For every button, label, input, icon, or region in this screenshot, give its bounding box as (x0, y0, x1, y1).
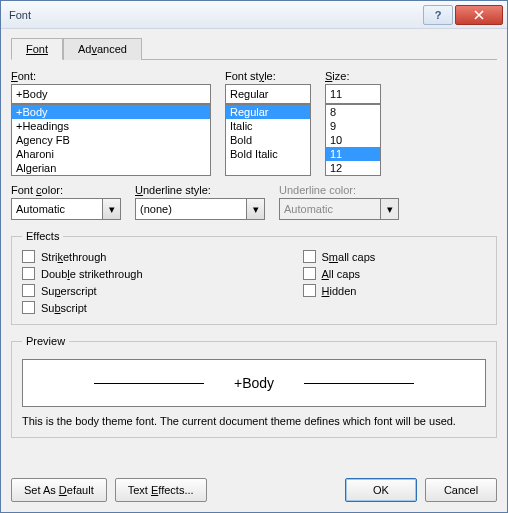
font-color-label: Font color: (11, 184, 121, 196)
font-style-input[interactable] (225, 84, 311, 104)
list-item[interactable]: Regular (226, 105, 310, 119)
underline-style-label: Underline style: (135, 184, 265, 196)
underline-color-combo: ▾ (279, 198, 399, 220)
preview-group: Preview +Body This is the body theme fon… (11, 335, 497, 438)
cancel-button[interactable]: Cancel (425, 478, 497, 502)
preview-sample-text: +Body (234, 375, 274, 391)
close-button[interactable] (455, 5, 503, 25)
font-color-combo[interactable]: ▾ (11, 198, 121, 220)
size-label: Size: (325, 70, 381, 82)
text-effects-button[interactable]: Text Effects... (115, 478, 207, 502)
list-item[interactable]: 10 (326, 133, 380, 147)
effects-group: Effects Strikethrough Double strikethrou… (11, 230, 497, 325)
preview-box: +Body (22, 359, 486, 407)
preview-line (94, 383, 204, 384)
list-item[interactable]: Italic (226, 119, 310, 133)
list-item[interactable]: +Headings (12, 119, 210, 133)
list-item[interactable]: Agency FB (12, 133, 210, 147)
effects-legend: Effects (22, 230, 63, 242)
font-dialog: Font ? Font Advanced Font: +Body +Headin… (0, 0, 508, 513)
chevron-down-icon: ▾ (381, 198, 399, 220)
preview-line (304, 383, 414, 384)
all-caps-checkbox[interactable]: All caps (303, 267, 376, 280)
underline-color-value (279, 198, 381, 220)
list-item[interactable]: Algerian (12, 161, 210, 175)
font-style-label: Font style: (225, 70, 311, 82)
chevron-down-icon[interactable]: ▾ (247, 198, 265, 220)
superscript-checkbox[interactable]: Superscript (22, 284, 143, 297)
size-listbox[interactable]: 8 9 10 11 12 (325, 104, 381, 176)
client-area: Font Advanced Font: +Body +Headings Agen… (1, 29, 507, 512)
underline-color-label: Underline color: (279, 184, 399, 196)
set-as-default-button[interactable]: Set As Default (11, 478, 107, 502)
font-listbox[interactable]: +Body +Headings Agency FB Aharoni Algeri… (11, 104, 211, 176)
font-label: Font: (11, 70, 211, 82)
list-item[interactable]: 9 (326, 119, 380, 133)
strikethrough-checkbox[interactable]: Strikethrough (22, 250, 143, 263)
tab-font[interactable]: Font (11, 38, 63, 60)
list-item[interactable]: Aharoni (12, 147, 210, 161)
font-style-listbox[interactable]: Regular Italic Bold Bold Italic (225, 104, 311, 176)
ok-button[interactable]: OK (345, 478, 417, 502)
titlebar: Font ? (1, 1, 507, 29)
button-bar: Set As Default Text Effects... OK Cancel (11, 478, 497, 502)
list-item[interactable]: Bold Italic (226, 147, 310, 161)
chevron-down-icon[interactable]: ▾ (103, 198, 121, 220)
list-item[interactable]: 11 (326, 147, 380, 161)
preview-legend: Preview (22, 335, 69, 347)
list-item[interactable]: Bold (226, 133, 310, 147)
hidden-checkbox[interactable]: Hidden (303, 284, 376, 297)
underline-style-combo[interactable]: ▾ (135, 198, 265, 220)
subscript-checkbox[interactable]: Subscript (22, 301, 143, 314)
list-item[interactable]: 12 (326, 161, 380, 175)
double-strikethrough-checkbox[interactable]: Double strikethrough (22, 267, 143, 280)
preview-note: This is the body theme font. The current… (22, 415, 486, 427)
underline-style-value[interactable] (135, 198, 247, 220)
tab-strip: Font Advanced (11, 37, 497, 60)
tab-advanced[interactable]: Advanced (63, 38, 142, 60)
list-item[interactable]: 8 (326, 105, 380, 119)
small-caps-checkbox[interactable]: Small caps (303, 250, 376, 263)
help-button[interactable]: ? (423, 5, 453, 25)
font-input[interactable] (11, 84, 211, 104)
dialog-title: Font (9, 9, 423, 21)
size-input[interactable] (325, 84, 381, 104)
font-color-value[interactable] (11, 198, 103, 220)
list-item[interactable]: +Body (12, 105, 210, 119)
font-row: Font: +Body +Headings Agency FB Aharoni … (11, 70, 497, 176)
